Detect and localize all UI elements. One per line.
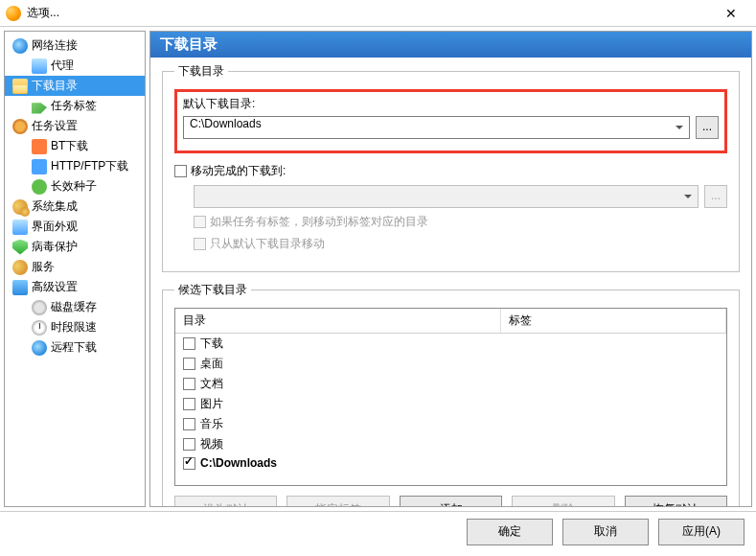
users-icon [12, 199, 28, 215]
sidebar-item-label: 高级设置 [32, 279, 78, 295]
list-row[interactable]: 图片 [175, 394, 726, 414]
move-checkbox-line[interactable]: 移动完成的下载到: [174, 163, 727, 179]
list-row[interactable]: 文档 [175, 374, 726, 394]
set-tag-button: 指定标签 [286, 496, 389, 506]
sidebar-item-label: 下载目录 [32, 78, 78, 94]
sidebar-item-label: 网络连接 [32, 37, 78, 54]
list-row-checkbox[interactable] [183, 418, 195, 430]
sidebar-item-label: 界面外观 [32, 219, 78, 235]
list-row-label: 视频 [200, 436, 223, 452]
sidebar-item-13[interactable]: 磁盘缓存 [5, 297, 145, 317]
sidebar-item-7[interactable]: 长效种子 [5, 176, 145, 197]
list-row-label: 图片 [200, 396, 223, 412]
http-icon [32, 159, 47, 174]
seed-icon [32, 179, 47, 195]
col-tag[interactable]: 标签 [501, 309, 726, 333]
list-row-checkbox[interactable] [183, 337, 195, 350]
shield-icon [12, 240, 28, 255]
content-panel: 下载目录 下载目录 默认下载目录: C:\Downloads ... 移动完成的… [149, 31, 752, 507]
highlight-box: 默认下载目录: C:\Downloads ... [174, 89, 727, 153]
gear-icon [12, 119, 28, 134]
sidebar-item-label: BT下载 [51, 138, 88, 154]
list-row[interactable]: 音乐 [175, 414, 726, 434]
download-dir-legend: 下载目录 [174, 63, 228, 80]
col-dir[interactable]: 目录 [175, 309, 501, 333]
sidebar-item-6[interactable]: HTTP/FTP下载 [5, 156, 145, 176]
sidebar-item-8[interactable]: 系统集成 [5, 197, 145, 217]
list-row[interactable]: 下载 [175, 334, 726, 354]
list-row-label: 文档 [200, 376, 223, 392]
remote-icon [32, 340, 47, 356]
proxy-icon [32, 58, 47, 74]
ok-button[interactable]: 确定 [467, 519, 553, 545]
sidebar-item-label: 远程下载 [51, 339, 97, 356]
sidebar-item-10[interactable]: 病毒保护 [5, 237, 145, 257]
sidebar-item-1[interactable]: 代理 [5, 56, 145, 76]
ui-icon [12, 220, 28, 235]
adv-icon [12, 280, 28, 295]
candidate-buttons: 设为默认 指定标签 添加 删除 恢复默认 [174, 496, 727, 506]
restore-button[interactable]: 恢复默认 [625, 496, 727, 506]
list-row-checkbox[interactable] [183, 438, 195, 451]
list-row[interactable]: C:\Downloads [175, 454, 726, 472]
default-dir-combo[interactable]: C:\Downloads [183, 116, 690, 139]
sidebar-item-label: 任务设置 [32, 118, 78, 134]
list-header: 目录 标签 [175, 309, 726, 334]
sidebar-item-0[interactable]: 网络连接 [5, 35, 145, 56]
footer: 确定 取消 应用(A) [0, 511, 756, 551]
delete-button: 删除 [512, 496, 614, 506]
list-row[interactable]: 视频 [175, 434, 726, 454]
list-row-label: 桌面 [200, 356, 223, 372]
list-row[interactable]: 桌面 [175, 354, 726, 374]
list-row-label: 音乐 [200, 416, 223, 432]
sidebar-item-3[interactable]: 任务标签 [5, 96, 145, 116]
close-icon[interactable]: ✕ [712, 6, 750, 21]
sidebar-item-2[interactable]: 下载目录 [5, 76, 145, 96]
sidebar-item-label: 病毒保护 [32, 239, 78, 255]
list-row-label: C:\Downloads [200, 456, 277, 470]
sidebar-item-9[interactable]: 界面外观 [5, 217, 145, 237]
sidebar-item-15[interactable]: 远程下载 [5, 337, 145, 358]
sidebar-item-label: 代理 [51, 58, 74, 74]
app-icon [6, 6, 21, 21]
apply-button[interactable]: 应用(A) [658, 519, 745, 545]
cancel-button[interactable]: 取消 [562, 519, 649, 545]
sidebar-item-label: 任务标签 [51, 98, 97, 114]
only-default-line: 只从默认下载目录移动 [194, 236, 727, 252]
sidebar-item-11[interactable]: 服务 [5, 257, 145, 277]
candidate-group: 候选下载目录 目录 标签 下载桌面文档图片音乐视频C:\Downloads 设为… [162, 282, 740, 506]
titlebar: 选项... ✕ [0, 0, 756, 27]
list-row-checkbox[interactable] [183, 378, 195, 390]
sidebar-item-14[interactable]: 时段限速 [5, 317, 145, 337]
tag-icon [32, 99, 47, 114]
default-dir-label: 默认下载目录: [183, 96, 719, 112]
sidebar-item-label: 磁盘缓存 [51, 299, 97, 315]
service-icon [12, 260, 28, 275]
list-row-label: 下载 [200, 336, 223, 352]
sidebar-item-5[interactable]: BT下载 [5, 136, 145, 156]
list-row-checkbox[interactable] [183, 398, 195, 410]
sidebar-item-12[interactable]: 高级设置 [5, 277, 145, 297]
disk-icon [32, 300, 47, 315]
set-default-button: 设为默认 [174, 496, 277, 506]
sidebar-item-label: HTTP/FTP下载 [51, 158, 128, 174]
browse-move-button: ... [704, 185, 727, 208]
move-checkbox[interactable] [174, 165, 187, 177]
download-dir-group: 下载目录 默认下载目录: C:\Downloads ... 移动完成的下载到: … [162, 63, 740, 272]
tag-move-label: 如果任务有标签，则移动到标签对应的目录 [210, 214, 428, 230]
tag-move-line: 如果任务有标签，则移动到标签对应的目录 [194, 214, 727, 230]
list-row-checkbox[interactable] [183, 358, 195, 370]
sidebar-item-label: 长效种子 [51, 178, 97, 195]
add-button[interactable]: 添加 [400, 496, 502, 506]
only-default-checkbox [194, 238, 206, 250]
browse-default-button[interactable]: ... [696, 116, 719, 139]
move-checkbox-label: 移动完成的下载到: [191, 163, 286, 179]
candidate-list[interactable]: 目录 标签 下载桌面文档图片音乐视频C:\Downloads [174, 308, 727, 486]
sidebar-item-label: 系统集成 [32, 198, 78, 215]
sidebar-item-4[interactable]: 任务设置 [5, 116, 145, 136]
list-row-checkbox[interactable] [183, 457, 195, 470]
only-default-label: 只从默认下载目录移动 [210, 236, 325, 252]
tag-move-checkbox [194, 216, 206, 228]
bt-icon [32, 139, 47, 154]
candidate-legend: 候选下载目录 [174, 282, 251, 298]
